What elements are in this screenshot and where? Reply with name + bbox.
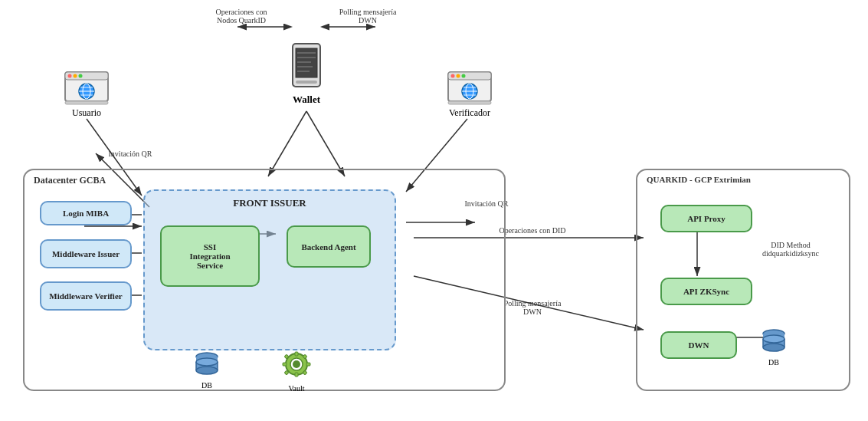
svg-point-55 <box>196 358 218 366</box>
svg-point-31 <box>74 74 77 78</box>
did-method-label: DID Method didquarkidizksync <box>756 241 825 258</box>
verificador-node: Verificador <box>443 69 496 119</box>
wallet-label: Wallet <box>293 94 320 106</box>
svg-line-6 <box>306 111 345 176</box>
middleware-verifier-box: Middleware Verifier <box>40 281 132 311</box>
datacenter-box: Datacenter GCBA Login MIBA Middleware Is… <box>23 169 506 391</box>
verificador-icon <box>447 69 493 106</box>
front-issuer-box: FRONT ISSUER SSI Integration Service Bac… <box>143 189 396 350</box>
invitacion-qr-left-label: Invitación QR <box>107 150 153 158</box>
svg-line-5 <box>268 111 306 176</box>
svg-rect-38 <box>65 101 108 104</box>
usuario-label: Usuario <box>72 107 101 119</box>
vault-icon: Vault <box>281 350 312 393</box>
svg-rect-61 <box>306 363 310 366</box>
db2-icon: DB <box>760 327 788 367</box>
usuario-icon <box>64 69 110 106</box>
dwn-box: DWN <box>660 331 737 359</box>
api-proxy-box: API Proxy <box>660 205 752 232</box>
svg-point-52 <box>196 367 218 374</box>
usuario-node: Usuario <box>60 69 113 119</box>
svg-point-43 <box>462 74 466 78</box>
svg-rect-49 <box>448 101 491 104</box>
diagram: Operaciones con Nodos QuarkID Polling me… <box>0 0 868 421</box>
svg-point-42 <box>457 74 460 78</box>
db2-label: DB <box>760 358 788 367</box>
wallet-node: Wallet <box>283 42 329 106</box>
front-issuer-label: FRONT ISSUER <box>145 197 395 209</box>
svg-point-72 <box>763 335 784 343</box>
svg-rect-22 <box>296 81 317 84</box>
verificador-label: Verificador <box>449 107 490 119</box>
db1-label: DB <box>193 381 221 390</box>
backend-agent-box: Backend Agent <box>287 225 371 268</box>
svg-rect-59 <box>295 373 298 377</box>
svg-point-69 <box>763 344 784 351</box>
middleware-issuer-box: Middleware Issuer <box>40 239 132 268</box>
svg-point-66 <box>293 360 300 368</box>
svg-point-30 <box>68 74 72 78</box>
svg-point-32 <box>79 74 83 78</box>
db1-icon: DB <box>193 350 221 390</box>
ssi-box: SSI Integration Service <box>160 225 260 287</box>
api-zksync-box: API ZKSync <box>660 278 752 305</box>
operaciones-nodos-label: Operaciones con Nodos QuarkID <box>207 8 276 25</box>
svg-rect-58 <box>295 352 298 356</box>
quarkid-label: QUARKID - GCP Extrimian <box>647 175 751 184</box>
vault-label: Vault <box>281 384 312 393</box>
datacenter-label: Datacenter GCBA <box>34 175 106 186</box>
polling-dwn-bottom-label: Polling mensajería DWN <box>498 299 567 316</box>
login-miba-box: Login MIBA <box>40 201 132 225</box>
operaciones-did-label: Operaciones con DID <box>498 226 567 235</box>
svg-point-41 <box>451 74 455 78</box>
polling-dwn-top-label: Polling mensajería DWN <box>337 8 398 25</box>
quarkid-box: QUARKID - GCP Extrimian API Proxy DID Me… <box>636 169 850 391</box>
wallet-icon <box>290 42 323 92</box>
svg-rect-60 <box>283 363 287 366</box>
